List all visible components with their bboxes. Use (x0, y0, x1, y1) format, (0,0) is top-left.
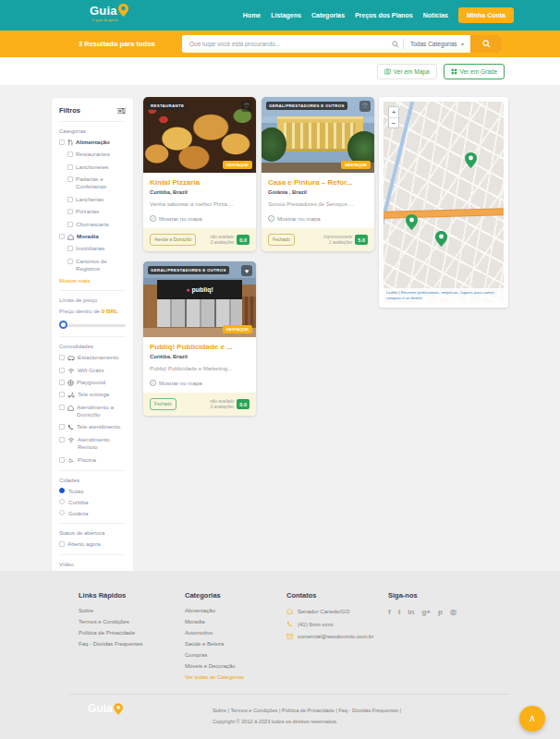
card-title[interactable]: Kintal Pizzaria (150, 178, 250, 187)
filter-category-pizzarias[interactable]: Pizzarias (59, 208, 126, 215)
footer-bottom-links[interactable]: Sobre | Termos e Condições | Política de… (213, 708, 401, 713)
filter-category-moradia[interactable]: Moradia (59, 233, 126, 240)
nav-precos[interactable]: Preços dos Planos (355, 12, 413, 18)
filter-amenity-piscina[interactable]: Piscina (59, 456, 126, 464)
filter-amenity-tele-entrega[interactable]: Tele entrega (59, 391, 126, 398)
filter-category-alimentacao[interactable]: Alimentação (59, 139, 126, 146)
closed-tag[interactable]: Fechado (150, 398, 177, 410)
listing-card-publiq[interactable]: ● publiq! GERAL/PRESTADORES E OUTROS ♥ D… (143, 261, 256, 416)
favorite-heart-icon[interactable]: ♡ (359, 101, 371, 112)
nav-categorias[interactable]: Categorias (311, 12, 345, 18)
checkbox[interactable] (59, 437, 65, 442)
footer-link-privacidade[interactable]: Política de Privacidade (79, 630, 142, 636)
checkbox[interactable] (67, 259, 73, 264)
footer-all-categories-link[interactable]: Ver todas as Categorias (185, 674, 244, 680)
checkbox[interactable] (67, 246, 73, 251)
footer-cat-moveis[interactable]: Móveis e Decoração (185, 663, 244, 669)
footer-link-sobre[interactable]: Sobre (79, 608, 142, 613)
map-marker[interactable] (435, 231, 447, 247)
zoom-in-button[interactable]: + (389, 107, 398, 117)
checkbox[interactable] (59, 405, 65, 410)
checkbox[interactable] (67, 151, 73, 157)
checkbox[interactable] (59, 380, 65, 385)
city-option-todas[interactable]: Todas (59, 488, 126, 494)
map-attribution[interactable]: Leaflet | Encontre profissionais, empres… (383, 288, 504, 303)
footer-logo[interactable]: Guia (88, 702, 123, 715)
show-more-link[interactable]: Mostre mais (59, 277, 126, 284)
radio[interactable] (59, 499, 65, 504)
listing-card-kintal-pizzaria[interactable]: RESTAURANTE ♡ DESTAQUE Kintal Pizzaria C… (143, 97, 256, 251)
filter-amenity-remoto[interactable]: Atendimento Remoto (59, 436, 126, 452)
favorite-heart-icon[interactable]: ♡ (241, 101, 252, 112)
footer-cat-automotivo[interactable]: Automotivo (185, 630, 244, 636)
home-service-tag[interactable]: Atende a Domicílio (150, 234, 196, 246)
footer-cat-moradia[interactable]: Moradia (185, 619, 244, 624)
city-option-goiania[interactable]: Goiânia (59, 510, 126, 516)
leaflet-map[interactable]: + − Leaflet | Encontre profissionais, em… (383, 102, 504, 303)
card-title[interactable]: Publiq! Publicidade e ... (150, 343, 250, 351)
checkbox[interactable] (67, 222, 73, 227)
pinterest-icon[interactable]: p (438, 608, 443, 616)
facebook-icon[interactable]: f (388, 608, 391, 616)
filter-category-churrascaria[interactable]: Churrascaria (59, 221, 126, 228)
checkbox[interactable] (59, 139, 65, 145)
closed-tag[interactable]: Fechado (268, 234, 295, 246)
checkbox[interactable] (59, 424, 65, 430)
price-slider[interactable] (59, 321, 126, 330)
footer-cat-compras[interactable]: Compras (185, 652, 244, 658)
filter-amenity-wifi[interactable]: Wifi Grátis (59, 367, 126, 374)
checkbox[interactable] (59, 541, 65, 547)
footer-link-termos[interactable]: Termos e Condições (79, 619, 142, 624)
footer-cat-alimentacao[interactable]: Alimentação (185, 608, 244, 613)
view-map-button[interactable]: Ver em Mapa (377, 64, 437, 79)
zoom-out-button[interactable]: − (389, 117, 398, 127)
contact-email[interactable]: comercial@seudominio.com.br (286, 634, 373, 639)
logo[interactable]: Guia O guia da gente (90, 4, 128, 22)
checkbox[interactable] (67, 176, 73, 182)
nav-listagens[interactable]: Listagens (271, 12, 301, 18)
view-grid-button[interactable]: Ver em Grade (444, 64, 505, 79)
show-on-map-link[interactable]: ✓ Mostrar no mapa (150, 380, 250, 386)
checkbox[interactable] (59, 457, 65, 463)
nav-home[interactable]: Home (243, 12, 261, 18)
radio[interactable] (59, 510, 65, 515)
category-select[interactable]: Todas Categorias ▾ (404, 41, 470, 47)
filter-category-cartorios[interactable]: Cartórios de Registros (59, 258, 126, 273)
show-on-map-link[interactable]: ✓ Mostrar no mapa (268, 215, 368, 222)
footer-cat-saude[interactable]: Saúde e Beleza (185, 641, 244, 647)
city-option-curitiba[interactable]: Curitiba (59, 499, 126, 505)
listing-card-casa-e-pintura[interactable]: GERAL/PRESTADORES E OUTROS ♡ DESTAQUE Ca… (262, 97, 374, 251)
filter-amenity-playground[interactable]: Playground (59, 379, 126, 386)
checkbox[interactable] (59, 368, 65, 373)
filter-category-imobiliarias[interactable]: Imobiliárias (59, 245, 126, 252)
filter-open-now[interactable]: Aberto agora (59, 540, 126, 548)
slider-handle[interactable] (59, 321, 67, 329)
filter-category-padarias[interactable]: Padarias e Confeitarias (59, 176, 126, 191)
scroll-to-top-button[interactable]: ∧ (519, 706, 545, 732)
filter-category-restaurantes[interactable]: Restaurantes (59, 151, 126, 158)
footer-link-faq[interactable]: Faq - Dúvidas Frequentes (79, 641, 142, 647)
map-marker[interactable] (406, 214, 418, 230)
checkbox[interactable] (67, 197, 73, 202)
show-on-map-link[interactable]: ✓ Mostrar no mapa (150, 215, 250, 222)
linkedin-icon[interactable]: in (408, 608, 414, 616)
checkbox[interactable] (67, 209, 73, 214)
instagram-icon[interactable]: ◎ (450, 608, 457, 616)
twitter-icon[interactable]: t (398, 608, 401, 616)
slider-track[interactable] (59, 324, 126, 327)
search-input[interactable] (182, 35, 388, 53)
filter-amenity-domicilio[interactable]: Atendimento a Domicílio (59, 404, 126, 419)
checkbox[interactable] (59, 234, 65, 239)
filter-amenity-estacionamento[interactable]: Estacionamento (59, 354, 126, 361)
nav-noticias[interactable]: Notícias (423, 12, 448, 18)
checkbox[interactable] (59, 355, 65, 360)
radio-selected[interactable] (59, 488, 65, 493)
favorite-heart-icon[interactable]: ♥ (241, 265, 252, 276)
filter-category-lanchonetes[interactable]: Lanchonetes (59, 164, 126, 171)
my-account-button[interactable]: Minha Conta (458, 7, 514, 23)
checkbox[interactable] (67, 164, 73, 170)
card-title[interactable]: Casa e Pintura – Refor... (268, 178, 368, 187)
filter-amenity-tele-atendimento[interactable]: Tele atendimento (59, 423, 126, 430)
filter-category-lancherias[interactable]: Lancherias (59, 196, 126, 203)
search-submit-button[interactable] (470, 35, 502, 53)
